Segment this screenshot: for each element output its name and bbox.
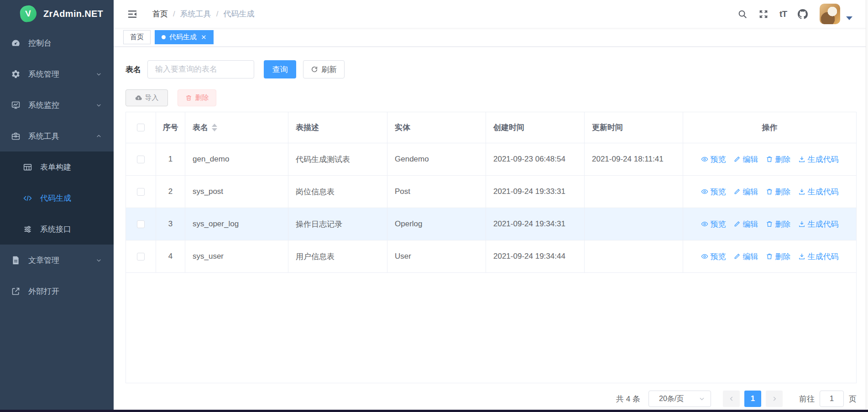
preview-link[interactable]: 预览 [701, 187, 726, 197]
table-grid-icon [23, 162, 32, 172]
app-title: ZrAdmin.NET [43, 9, 103, 19]
download-icon [798, 253, 805, 260]
app-window: V ZrAdmin.NET 控制台 系统管理 [0, 0, 868, 412]
delete-link[interactable]: 删除 [766, 219, 791, 229]
active-dot-icon [162, 35, 166, 39]
sidebar-item-system-api[interactable]: 系统接口 [0, 214, 114, 245]
gear-icon [11, 69, 21, 79]
row-checkbox[interactable] [137, 156, 145, 163]
prev-page-button[interactable] [723, 391, 740, 407]
sidebar-collapse-icon[interactable] [127, 9, 138, 20]
page-size-select[interactable]: 20条/页 [648, 391, 711, 407]
row-checkbox[interactable] [137, 253, 145, 261]
toolbox-icon [11, 131, 21, 141]
cell-created: 2021-09-24 19:33:31 [486, 176, 585, 208]
next-page-button[interactable] [766, 391, 783, 407]
sidebar-item-system-management[interactable]: 系统管理 [0, 58, 114, 89]
generate-code-link[interactable]: 生成代码 [798, 154, 839, 165]
pencil-icon [733, 253, 741, 260]
trash-icon [766, 156, 773, 163]
table-row[interactable]: 1 gen_demo 代码生成测试表 Gendemo 2021-09-23 06… [126, 143, 856, 176]
chevron-down-icon [699, 396, 705, 402]
tag-label: 代码生成 [169, 33, 197, 42]
scrollbar-track[interactable] [866, 0, 868, 410]
close-icon[interactable] [201, 34, 207, 40]
chevron-down-icon [96, 71, 102, 77]
edit-link[interactable]: 编辑 [733, 219, 758, 229]
breadcrumb-code-generation: 代码生成 [223, 9, 254, 19]
sidebar-item-system-monitor[interactable]: 系统监控 [0, 89, 114, 120]
generate-code-link[interactable]: 生成代码 [798, 219, 839, 229]
tag-code-generation[interactable]: 代码生成 [155, 30, 214, 44]
cell-operations: 预览 编辑 删除 生成代码 [683, 208, 856, 240]
pencil-icon [733, 220, 741, 228]
table-row[interactable]: 4 sys_user 用户信息表 User 2021-09-24 19:34:4… [126, 240, 856, 273]
logo[interactable]: V ZrAdmin.NET [0, 0, 114, 27]
delete-link[interactable]: 删除 [766, 187, 791, 197]
cell-updated [585, 176, 683, 208]
generate-code-link[interactable]: 生成代码 [798, 187, 839, 197]
font-size-icon[interactable]: tT [779, 9, 787, 19]
page-number-button[interactable]: 1 [744, 391, 761, 407]
table-row[interactable]: 3 sys_oper_log 操作日志记录 Operlog 2021-09-24… [126, 208, 856, 240]
breadcrumb-home[interactable]: 首页 [152, 9, 168, 19]
cell-index: 4 [156, 240, 185, 272]
trash-icon [766, 220, 773, 228]
table-header-row: 序号 表名 表描述 实体 创建时间 更新时间 操作 [126, 112, 856, 143]
sidebar-item-label: 控制台 [28, 38, 52, 48]
edit-link[interactable]: 编辑 [733, 251, 758, 262]
delete-link[interactable]: 删除 [766, 251, 791, 262]
top-navbar: 首页 / 系统工具 / 代码生成 tT [114, 0, 868, 28]
cell-table-name: sys_user [185, 240, 288, 272]
generate-code-link[interactable]: 生成代码 [798, 251, 839, 262]
cell-entity: User [387, 240, 486, 272]
preview-link[interactable]: 预览 [701, 251, 726, 262]
sidebar-item-form-builder[interactable]: 表单构建 [0, 151, 114, 183]
preview-link[interactable]: 预览 [701, 219, 726, 229]
page-unit-label: 页 [849, 394, 857, 404]
goto-page-input[interactable] [820, 391, 844, 407]
caret-down-icon[interactable] [846, 16, 852, 20]
preview-link[interactable]: 预览 [701, 154, 726, 165]
sidebar-item-label: 外部打开 [28, 286, 59, 297]
breadcrumb-system-tools: 系统工具 [180, 9, 211, 19]
sidebar-item-system-tools[interactable]: 系统工具 [0, 120, 114, 151]
import-button[interactable]: 导入 [125, 89, 168, 106]
edit-link[interactable]: 编辑 [733, 187, 758, 197]
sidebar-item-article-management[interactable]: 文章管理 [0, 245, 114, 276]
header-operations: 操作 [683, 112, 856, 143]
cell-index: 2 [156, 176, 185, 208]
header-description: 表描述 [288, 112, 387, 143]
sidebar-item-label: 系统管理 [28, 69, 59, 79]
table-name-input[interactable] [147, 60, 254, 78]
chevron-up-icon [96, 133, 102, 139]
github-icon[interactable] [798, 9, 808, 19]
sidebar-item-code-generation[interactable]: 代码生成 [0, 183, 114, 214]
pagination-total: 共 4 条 [616, 394, 640, 404]
tag-home[interactable]: 首页 [123, 30, 151, 44]
table-row[interactable]: 2 sys_post 岗位信息表 Post 2021-09-24 19:33:3… [126, 176, 856, 208]
main-content: 表名 查询 刷新 导入 删除 序号 表名 [114, 47, 868, 412]
row-checkbox[interactable] [137, 220, 145, 228]
sidebar-item-external-open[interactable]: 外部打开 [0, 276, 114, 307]
sidebar-item-label: 系统接口 [40, 224, 71, 235]
search-icon[interactable] [737, 9, 748, 19]
refresh-button[interactable]: 刷新 [303, 60, 345, 78]
header-created: 创建时间 [486, 112, 585, 143]
sort-caret-icon[interactable] [212, 124, 217, 131]
avatar[interactable] [820, 4, 840, 24]
cell-table-name: gen_demo [185, 143, 288, 175]
select-all-checkbox[interactable] [137, 124, 145, 131]
search-button[interactable]: 查询 [264, 60, 296, 78]
sidebar-item-dashboard[interactable]: 控制台 [0, 27, 114, 58]
fullscreen-icon[interactable] [758, 9, 769, 19]
cell-operations: 预览 编辑 删除 生成代码 [683, 176, 856, 208]
delete-link[interactable]: 删除 [766, 154, 791, 165]
header-entity: 实体 [387, 112, 486, 143]
edit-link[interactable]: 编辑 [733, 154, 758, 165]
table-actions-bar: 导入 删除 [125, 89, 216, 106]
cell-entity: Operlog [387, 208, 486, 240]
table-name-label: 表名 [125, 64, 141, 75]
row-checkbox[interactable] [137, 188, 145, 196]
delete-button[interactable]: 删除 [178, 89, 216, 106]
